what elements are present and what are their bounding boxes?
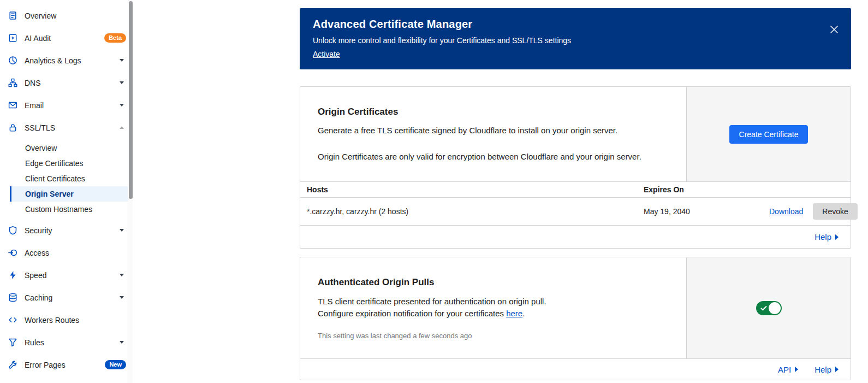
card-description: Origin Certificates are only valid for e…: [318, 151, 669, 163]
sidebar-item-label: Analytics & Logs: [25, 56, 116, 65]
sidebar-item-email[interactable]: Email: [0, 94, 133, 116]
sidebar-item-analytics-logs[interactable]: Analytics & Logs: [0, 49, 133, 72]
new-badge: New: [105, 360, 126, 369]
help-link[interactable]: Help: [815, 365, 839, 374]
caching-icon: [8, 293, 17, 303]
workers-routes-icon: [8, 315, 17, 325]
email-icon: [8, 101, 17, 110]
chevron-down-icon: [120, 296, 124, 299]
banner-title: Advanced Certificate Manager: [313, 18, 838, 31]
check-icon: [760, 305, 767, 313]
sidebar-item-dns[interactable]: DNS: [0, 72, 133, 94]
sidebar-item-label: Access: [25, 249, 126, 257]
expiration-suffix: .: [522, 309, 525, 318]
audit-icon: [8, 33, 17, 43]
authenticated-origin-pulls-header: Authenticated Origin Pulls TLS client ce…: [300, 257, 851, 358]
sidebar-subitem-origin-server[interactable]: Origin Server: [10, 186, 129, 202]
card-title: Origin Certificates: [318, 107, 669, 117]
chevron-down-icon: [120, 274, 124, 276]
sidebar-item-ai-audit[interactable]: AI Audit Beta: [0, 27, 133, 49]
activate-link[interactable]: Activate: [313, 50, 340, 58]
dns-icon: [8, 78, 17, 88]
chevron-down-icon: [120, 59, 124, 62]
origin-certificates-card: Origin Certificates Generate a free TLS …: [300, 86, 851, 249]
last-changed-note: This setting was last changed a few seco…: [318, 332, 669, 340]
sidebar-subitem-edge-certificates[interactable]: Edge Certificates: [0, 156, 133, 171]
certificates-table-header: Hosts Expires On: [300, 181, 851, 198]
hosts-column-header: Hosts: [307, 185, 644, 194]
chevron-down-icon: [120, 229, 124, 232]
sidebar-item-label: SSL/TLS: [25, 123, 116, 132]
expires-column-header: Expires On: [644, 185, 769, 194]
sidebar-item-caching[interactable]: Caching: [0, 286, 133, 309]
chevron-down-icon: [120, 341, 124, 344]
sidebar-scrollbar[interactable]: [128, 0, 133, 383]
sidebar-item-label: Error Pages: [25, 361, 100, 369]
sidebar: Overview AI Audit Beta Analytics & Logs …: [0, 0, 133, 383]
sidebar-item-label: Speed: [25, 271, 116, 280]
sidebar-subitem-custom-hostnames[interactable]: Custom Hostnames: [0, 202, 133, 217]
help-link-label: Help: [815, 232, 831, 241]
origin-certificates-header: Origin Certificates Generate a free TLS …: [300, 87, 851, 181]
card-title: Authenticated Origin Pulls: [318, 277, 669, 288]
sidebar-subitem-label: Origin Server: [25, 190, 74, 198]
authenticated-origin-pulls-toggle[interactable]: [756, 301, 782, 315]
banner-subtitle: Unlock more control and flexibility for …: [313, 36, 838, 45]
authenticated-origin-pulls-footer: API Help: [300, 358, 851, 380]
sidebar-subitem-client-certificates[interactable]: Client Certificates: [0, 171, 133, 186]
beta-badge: Beta: [104, 33, 126, 43]
scrollbar-thumb[interactable]: [129, 1, 133, 199]
api-link-label: API: [778, 365, 791, 374]
ssl-tls-submenu: Overview Edge Certificates Client Certif…: [0, 140, 133, 217]
sidebar-item-label: Security: [25, 226, 116, 235]
certificate-hosts: *.carzzy.hr, carzzy.hr (2 hosts): [307, 207, 644, 216]
sidebar-subitem-overview[interactable]: Overview: [0, 140, 133, 156]
sidebar-item-label: Overview: [25, 11, 126, 20]
sidebar-item-rules[interactable]: Rules: [0, 331, 133, 353]
chevron-up-icon: [120, 126, 124, 129]
help-link-label: Help: [815, 365, 831, 374]
lock-icon: [8, 123, 17, 133]
authenticated-origin-pulls-card: Authenticated Origin Pulls TLS client ce…: [300, 257, 851, 380]
sidebar-item-label: DNS: [25, 79, 116, 87]
table-row: *.carzzy.hr, carzzy.hr (2 hosts) May 19,…: [300, 198, 851, 225]
sidebar-item-label: Rules: [25, 338, 116, 347]
error-pages-icon: [8, 360, 17, 370]
document-icon: [8, 11, 17, 21]
rules-icon: [8, 338, 17, 347]
description-text: TLS client certificate presented for aut…: [318, 297, 546, 306]
card-description: TLS client certificate presented for aut…: [318, 296, 669, 320]
sidebar-item-ssl-tls[interactable]: SSL/TLS: [0, 116, 133, 139]
create-certificate-button[interactable]: Create Certificate: [729, 125, 808, 144]
sidebar-item-security[interactable]: Security: [0, 219, 133, 241]
sidebar-item-error-pages[interactable]: Error Pages New: [0, 353, 133, 376]
sidebar-subitem-label: Overview: [25, 144, 57, 152]
revoke-button[interactable]: Revoke: [813, 203, 857, 220]
close-icon[interactable]: [828, 23, 840, 36]
expiration-text: Configure expiration notification for yo…: [318, 309, 506, 318]
analytics-icon: [8, 56, 17, 66]
sidebar-item-speed[interactable]: Speed: [0, 264, 133, 286]
origin-certificates-footer: Help: [300, 225, 851, 248]
download-link[interactable]: Download: [769, 207, 803, 216]
certificate-expires: May 19, 2040: [644, 207, 769, 216]
sidebar-item-access[interactable]: Access: [0, 241, 133, 264]
sidebar-subitem-label: Edge Certificates: [25, 159, 84, 168]
sidebar-item-label: AI Audit: [25, 34, 99, 43]
sidebar-item-overview[interactable]: Overview: [0, 4, 133, 27]
sidebar-subitem-label: Client Certificates: [25, 174, 85, 183]
caret-right-icon: [795, 367, 798, 372]
access-icon: [8, 248, 17, 258]
card-description: Generate a free TLS certificate signed b…: [318, 125, 669, 137]
speed-icon: [8, 270, 17, 280]
here-link[interactable]: here: [506, 309, 522, 318]
chevron-down-icon: [120, 81, 124, 84]
sidebar-subitem-label: Custom Hostnames: [25, 205, 92, 214]
sidebar-item-label: Email: [25, 101, 116, 110]
sidebar-item-label: Workers Routes: [25, 316, 126, 325]
caret-right-icon: [835, 234, 839, 240]
api-link[interactable]: API: [778, 365, 798, 374]
sidebar-item-workers-routes[interactable]: Workers Routes: [0, 309, 133, 331]
help-link[interactable]: Help: [815, 232, 839, 241]
acm-promo-banner: Advanced Certificate Manager Unlock more…: [300, 8, 851, 69]
